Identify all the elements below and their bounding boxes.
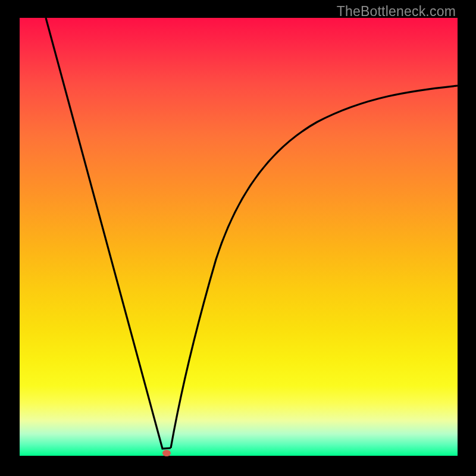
chart-plot-area (20, 18, 458, 456)
curve-left-branch (46, 18, 171, 449)
optimal-point-marker (162, 450, 171, 456)
curve-right-branch (171, 86, 458, 448)
bottleneck-curve (20, 18, 458, 456)
watermark-text: TheBottleneck.com (337, 4, 456, 20)
